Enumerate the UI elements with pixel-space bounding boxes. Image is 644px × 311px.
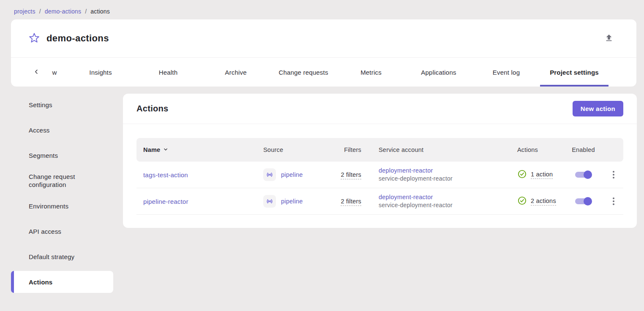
tab-applications[interactable]: Applications <box>405 58 472 87</box>
column-header-name[interactable]: Name <box>136 146 263 154</box>
row-menu-button[interactable] <box>610 168 617 181</box>
sensors-icon <box>263 168 276 181</box>
breadcrumb-separator: / <box>85 8 87 15</box>
column-header-filters: Filters <box>327 146 365 153</box>
action-name-link[interactable]: tags-test-action <box>143 171 188 178</box>
settings-sidebar: Settings Access Segments Change request … <box>11 94 123 296</box>
project-header-card: demo-actions w Insights Health Archive C… <box>11 19 636 87</box>
breadcrumb-actions: actions <box>90 8 110 15</box>
panel-title: Actions <box>136 104 168 114</box>
actions-count[interactable]: 2 actions <box>531 197 556 206</box>
chevron-down-icon <box>163 146 169 154</box>
tab-project-settings[interactable]: Project settings <box>540 58 609 87</box>
tab-archive[interactable]: Archive <box>202 58 270 87</box>
tab-overview-partial[interactable]: w <box>42 58 67 87</box>
tab-health[interactable]: Health <box>134 58 202 87</box>
breadcrumb-separator: / <box>39 8 41 15</box>
sidebar-item-segments[interactable]: Segments <box>11 144 113 166</box>
check-circle-icon <box>517 169 527 180</box>
row-menu-button[interactable] <box>610 195 617 208</box>
source-link[interactable]: pipeline <box>281 171 303 178</box>
sidebar-item-environments[interactable]: Environments <box>11 195 113 217</box>
table-header-row: Name Source Filters Service account Acti… <box>136 138 623 162</box>
breadcrumb-projects[interactable]: projects <box>14 8 35 15</box>
table-row: pipeline-reactor pipeline 2 filters de <box>136 188 623 215</box>
sidebar-item-default-strategy[interactable]: Default strategy <box>11 246 113 268</box>
column-header-enabled: Enabled <box>563 146 603 153</box>
service-account-username: service-deployment-reactor <box>379 175 502 183</box>
enabled-toggle[interactable] <box>575 170 592 180</box>
enabled-toggle[interactable] <box>575 196 592 206</box>
service-account-username: service-deployment-reactor <box>379 201 502 209</box>
tab-event-log[interactable]: Event log <box>472 58 540 87</box>
favorite-button[interactable] <box>29 32 40 45</box>
sensors-icon <box>263 195 276 208</box>
sidebar-item-change-request-configuration[interactable]: Change request configuration <box>11 170 113 192</box>
column-header-service-account: Service account <box>365 146 502 153</box>
page-title: demo-actions <box>46 33 109 44</box>
tab-insights[interactable]: Insights <box>67 58 134 87</box>
check-circle-icon <box>517 196 527 207</box>
sidebar-item-access[interactable]: Access <box>11 119 113 141</box>
tabs-scroll-left-button[interactable] <box>30 58 42 87</box>
service-account-link[interactable]: deployment-reactor <box>379 167 502 175</box>
breadcrumb-demo-actions[interactable]: demo-actions <box>45 8 81 15</box>
filters-count[interactable]: 2 filters <box>341 171 361 179</box>
sidebar-item-api-access[interactable]: API access <box>11 220 113 242</box>
upload-icon <box>604 33 614 44</box>
new-action-button[interactable]: New action <box>573 101 623 116</box>
filters-count[interactable]: 2 filters <box>341 198 361 206</box>
sidebar-item-settings[interactable]: Settings <box>11 94 113 116</box>
export-button[interactable] <box>604 33 614 44</box>
content-area: Settings Access Segments Change request … <box>11 94 637 296</box>
actions-panel: Actions New action Name Source Filters S… <box>123 94 637 228</box>
source-link[interactable]: pipeline <box>281 198 303 205</box>
service-account-link[interactable]: deployment-reactor <box>379 193 502 201</box>
project-tab-bar: w Insights Health Archive Change request… <box>11 57 636 87</box>
column-header-actions: Actions <box>502 146 563 153</box>
breadcrumb: projects / demo-actions / actions <box>0 0 644 19</box>
tab-change-requests[interactable]: Change requests <box>270 58 337 87</box>
column-header-source: Source <box>263 146 327 153</box>
chevron-left-icon <box>33 68 40 77</box>
actions-table: Name Source Filters Service account Acti… <box>136 138 623 215</box>
table-row: tags-test-action pipeline 2 filters de <box>136 162 623 188</box>
actions-panel-header: Actions New action <box>123 94 637 124</box>
star-outline-icon <box>29 32 40 45</box>
project-title-row: demo-actions <box>11 19 636 57</box>
actions-count[interactable]: 1 action <box>531 171 553 179</box>
tab-metrics[interactable]: Metrics <box>337 58 405 87</box>
sidebar-item-actions[interactable]: Actions <box>11 271 113 293</box>
action-name-link[interactable]: pipeline-reactor <box>143 198 188 205</box>
